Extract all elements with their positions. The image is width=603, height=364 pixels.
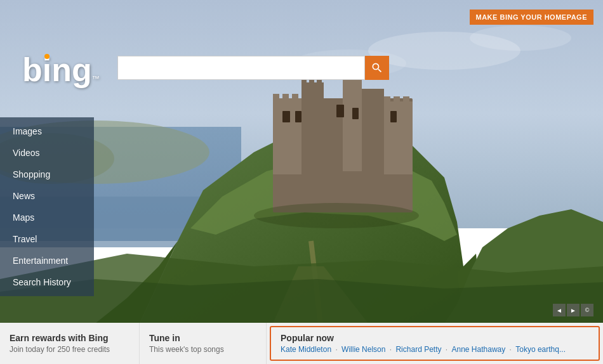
popular-item-kate[interactable]: Kate Middleton: [281, 345, 331, 354]
svg-rect-32: [282, 111, 290, 122]
popular-title: Popular now: [281, 333, 589, 343]
tune-title: Tune in: [149, 333, 256, 343]
svg-rect-36: [390, 111, 397, 122]
tune-subtitle: This week's top songs: [149, 345, 256, 354]
search-icon: [371, 62, 383, 74]
svg-rect-20: [362, 89, 384, 171]
copyright-symbol: ©: [581, 304, 593, 316]
svg-rect-21: [273, 94, 279, 103]
svg-rect-22: [282, 94, 289, 103]
popular-now-section: Popular now Kate Middleton · Willie Nels…: [270, 326, 600, 361]
search-input[interactable]: [117, 56, 365, 80]
bing-i-dot: [44, 54, 50, 59]
bing-logo: bing™: [22, 51, 100, 89]
svg-rect-26: [403, 96, 409, 106]
svg-rect-35: [352, 108, 359, 119]
sidebar-item-images[interactable]: Images: [0, 120, 94, 142]
svg-point-2: [470, 25, 571, 51]
sidebar-item-news[interactable]: News: [0, 185, 94, 207]
bing-logo-text: b: [22, 51, 43, 89]
sidebar-item-shopping[interactable]: Shopping: [0, 164, 94, 185]
svg-rect-17: [384, 101, 413, 174]
search-container: [117, 56, 389, 80]
sidebar-item-entertainment[interactable]: Entertainment: [0, 250, 94, 271]
earn-subtitle: Join today for 250 free credits: [10, 345, 129, 354]
svg-rect-34: [336, 105, 344, 117]
next-arrow[interactable]: ►: [567, 304, 580, 316]
svg-rect-16: [273, 98, 302, 174]
popular-items-list: Kate Middleton · Willie Nelson · Richard…: [281, 345, 589, 354]
bing-trademark: ™: [92, 74, 100, 83]
sidebar-item-videos[interactable]: Videos: [0, 142, 94, 164]
svg-rect-24: [384, 96, 390, 106]
make-homepage-button[interactable]: MAKE BING YOUR HOMEPAGE: [470, 10, 594, 25]
sidebar-item-travel[interactable]: Travel: [0, 228, 94, 250]
bottom-bar: Earn rewards with Bing Join today for 25…: [0, 323, 603, 364]
prev-arrow[interactable]: ◄: [553, 304, 566, 316]
svg-rect-18: [302, 82, 324, 171]
svg-point-37: [254, 203, 419, 228]
nav-arrows: ◄ ► ©: [552, 304, 593, 316]
popular-item-willie[interactable]: Willie Nelson: [341, 345, 385, 354]
popular-item-richard[interactable]: Richard Petty: [395, 345, 441, 354]
svg-rect-19: [343, 76, 362, 171]
bing-n-letter: ng: [51, 51, 92, 89]
bing-i-container: i: [43, 51, 51, 89]
sidebar-item-search-history[interactable]: Search History: [0, 271, 94, 293]
svg-rect-25: [394, 96, 400, 106]
tune-in-section: Tune in This week's top songs: [140, 323, 267, 364]
popular-item-tokyo[interactable]: Tokyo earthq...: [515, 345, 566, 354]
earn-title: Earn rewards with Bing: [10, 333, 129, 343]
sidebar-item-maps[interactable]: Maps: [0, 207, 94, 228]
popular-item-anne[interactable]: Anne Hathaway: [452, 345, 506, 354]
sidebar-nav: Images Videos Shopping News Maps Travel …: [0, 117, 94, 296]
earn-rewards-section: Earn rewards with Bing Join today for 25…: [0, 323, 140, 364]
search-button[interactable]: [365, 56, 389, 80]
svg-rect-23: [292, 94, 298, 103]
svg-rect-33: [295, 111, 302, 122]
